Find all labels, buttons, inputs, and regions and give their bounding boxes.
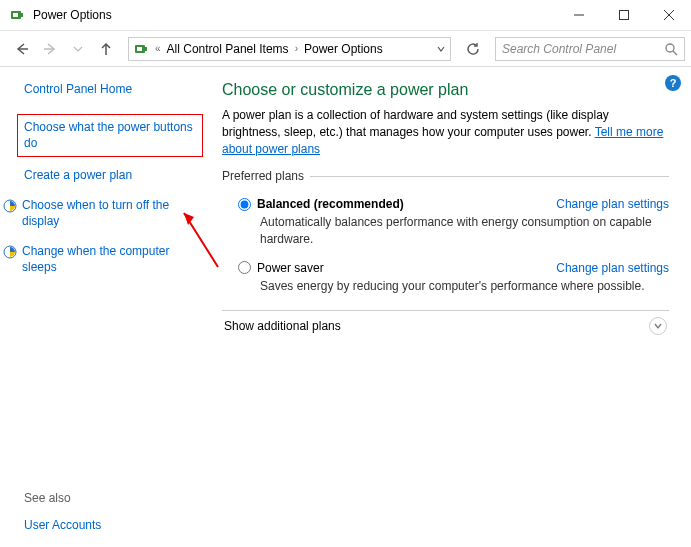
svg-line-14 (673, 51, 677, 55)
see-also: See also User Accounts (24, 491, 101, 533)
show-additional-label: Show additional plans (224, 319, 341, 333)
plan-balanced-desc: Automatically balances performance with … (260, 214, 669, 246)
minimize-button[interactable] (556, 0, 601, 30)
svg-point-13 (666, 44, 674, 52)
search-input[interactable]: Search Control Panel (495, 37, 685, 61)
maximize-button[interactable] (601, 0, 646, 30)
link-change-balanced[interactable]: Change plan settings (556, 197, 669, 211)
breadcrumb-dropdown[interactable] (432, 38, 450, 60)
search-placeholder: Search Control Panel (502, 42, 664, 56)
recent-dropdown[interactable] (66, 37, 90, 61)
svg-rect-1 (21, 13, 23, 17)
search-icon (664, 42, 678, 56)
preferred-plans-legend: Preferred plans (222, 169, 310, 183)
preferred-plans-group: Preferred plans Balanced (recommended) C… (222, 169, 669, 304)
annotation-highlight: Choose what the power buttons do (17, 114, 203, 156)
window-title: Power Options (33, 8, 112, 22)
breadcrumb-chevron-icon[interactable]: « (151, 43, 165, 54)
link-control-panel-home[interactable]: Control Panel Home (24, 81, 198, 97)
back-button[interactable] (10, 37, 34, 61)
shield-icon (2, 198, 18, 214)
plan-saver-desc: Saves energy by reducing your computer's… (260, 278, 669, 294)
svg-rect-11 (145, 47, 147, 51)
plan-balanced: Balanced (recommended) Change plan setti… (222, 193, 669, 256)
radio-power-saver[interactable] (238, 261, 251, 274)
navbar: « All Control Panel Items › Power Option… (0, 31, 691, 67)
breadcrumb[interactable]: « All Control Panel Items › Power Option… (128, 37, 451, 61)
close-button[interactable] (646, 0, 691, 30)
svg-rect-4 (619, 11, 628, 20)
power-options-icon (133, 41, 149, 57)
plan-balanced-label[interactable]: Balanced (recommended) (257, 197, 404, 211)
link-change-saver[interactable]: Change plan settings (556, 261, 669, 275)
link-user-accounts[interactable]: User Accounts (24, 517, 101, 533)
intro-text: A power plan is a collection of hardware… (222, 107, 669, 157)
up-button[interactable] (94, 37, 118, 61)
shield-icon (2, 244, 18, 260)
svg-rect-12 (137, 47, 142, 51)
page-heading: Choose or customize a power plan (222, 81, 669, 99)
refresh-button[interactable] (461, 37, 485, 61)
power-options-icon (9, 7, 25, 23)
link-computer-sleeps[interactable]: Change when the computer sleeps (22, 243, 198, 275)
link-create-power-plan[interactable]: Create a power plan (24, 167, 198, 183)
see-also-label: See also (24, 491, 101, 505)
svg-rect-2 (13, 13, 18, 17)
titlebar: Power Options (0, 0, 691, 31)
breadcrumb-all-items[interactable]: All Control Panel Items (165, 42, 291, 56)
link-choose-power-buttons[interactable]: Choose what the power buttons do (24, 119, 196, 151)
sidebar: Control Panel Home Choose what the power… (0, 67, 208, 547)
forward-button[interactable] (38, 37, 62, 61)
main-content: Choose or customize a power plan A power… (208, 67, 691, 547)
plan-saver-label[interactable]: Power saver (257, 261, 324, 275)
link-turn-off-display[interactable]: Choose when to turn off the display (22, 197, 198, 229)
radio-balanced[interactable] (238, 198, 251, 211)
plan-power-saver: Power saver Change plan settings Saves e… (222, 257, 669, 304)
chevron-down-icon (649, 317, 667, 335)
breadcrumb-power-options[interactable]: Power Options (302, 42, 385, 56)
breadcrumb-chevron-icon[interactable]: › (291, 43, 302, 54)
show-additional-plans[interactable]: Show additional plans (222, 310, 669, 341)
